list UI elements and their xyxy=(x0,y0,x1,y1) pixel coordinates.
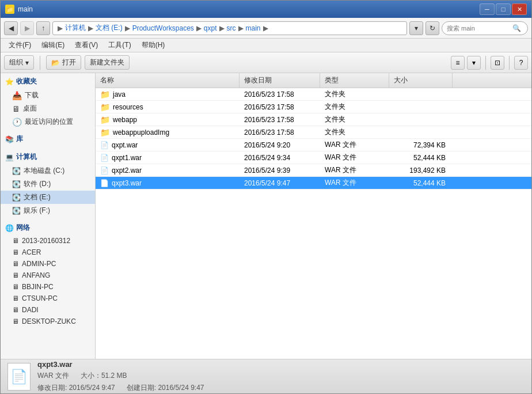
col-header-name[interactable]: 名称 xyxy=(96,73,240,88)
d-drive-icon: 💽 xyxy=(12,180,21,188)
file-name-qxpt2-war: 📄 qxpt2.war xyxy=(96,165,240,176)
table-row[interactable]: 📁 java 2016/5/23 17:58 文件夹 xyxy=(96,88,531,101)
status-created: 创建日期: 2016/5/24 9:47 xyxy=(127,383,204,393)
sidebar-item-net-3[interactable]: 🖥 ADMIN-PC xyxy=(1,258,95,270)
file-name-webappuploadimg: 📁 webappuploadImg xyxy=(96,127,240,138)
status-filename: qxpt3.war xyxy=(37,360,204,369)
view-options-button[interactable]: ≡ xyxy=(451,56,465,70)
refresh-button[interactable]: ↻ xyxy=(425,21,439,35)
title-bar: 📁 main ─ □ ✕ xyxy=(1,1,531,18)
col-header-date[interactable]: 修改日期 xyxy=(240,73,320,88)
sidebar-item-downloads[interactable]: 📥 下载 xyxy=(1,89,95,102)
file-type-qxpt1-war: WAR 文件 xyxy=(320,151,389,164)
table-row[interactable]: 📄 qxpt2.war 2016/5/24 9:39 WAR 文件 193,49… xyxy=(96,164,531,177)
path-item-productworkspaces[interactable]: ProductWorkspaces xyxy=(131,24,195,32)
toolbar-divider-1 xyxy=(40,56,40,70)
file-name-qxpt-war: 📄 qxpt.war xyxy=(96,140,240,150)
file-type-webappuploadimg: 文件夹 xyxy=(320,126,389,138)
sidebar-item-net-4[interactable]: 🖥 ANFANG xyxy=(1,270,95,281)
view-dropdown-button[interactable]: ▾ xyxy=(467,56,481,70)
table-row[interactable]: 📄 qxpt.war 2016/5/24 9:20 WAR 文件 72,394 … xyxy=(96,139,531,151)
file-type-qxpt2-war: WAR 文件 xyxy=(320,164,389,176)
file-list: 📁 java 2016/5/23 17:58 文件夹 📁 resources 2… xyxy=(96,88,531,359)
forward-button[interactable]: ▶ xyxy=(20,21,34,35)
window-controls: ─ □ ✕ xyxy=(480,3,527,15)
file-list-header: 名称 修改日期 类型 大小 xyxy=(96,73,531,88)
col-header-size[interactable]: 大小 xyxy=(389,73,453,88)
file-size-qxpt-war: 72,394 KB xyxy=(389,140,453,150)
sidebar-item-f-drive[interactable]: 💽 娱乐 (F:) xyxy=(1,204,95,217)
table-row[interactable]: 📁 resources 2016/5/23 17:58 文件夹 xyxy=(96,101,531,113)
table-row[interactable]: 📁 webappuploadImg 2016/5/23 17:58 文件夹 xyxy=(96,126,531,139)
sidebar-item-net-7[interactable]: 🖥 DADI xyxy=(1,304,95,316)
path-item-src[interactable]: src xyxy=(226,24,237,32)
libraries-section: 📚 库 xyxy=(1,131,95,146)
minimize-button[interactable]: ─ xyxy=(480,3,495,15)
path-item-docs[interactable]: 文档 (E:) xyxy=(94,23,124,33)
organize-button[interactable]: 组织 ▾ xyxy=(4,55,34,70)
col-header-type[interactable]: 类型 xyxy=(320,73,389,88)
sidebar-item-recent[interactable]: 🕐 最近访问的位置 xyxy=(1,115,95,128)
close-button[interactable]: ✕ xyxy=(512,3,527,15)
file-date-qxpt1-war: 2016/5/24 9:34 xyxy=(240,153,320,163)
path-item-computer[interactable]: 计算机 xyxy=(64,23,87,33)
war-icon: 📄 xyxy=(100,141,109,149)
sidebar-item-net-1[interactable]: 🖥 2013-20160312 xyxy=(1,235,95,247)
file-date-webappuploadimg: 2016/5/23 17:58 xyxy=(240,127,320,138)
file-date-qxpt-war: 2016/5/24 9:20 xyxy=(240,140,320,150)
sidebar-item-net-8[interactable]: 🖥 DESKTOP-ZUKC xyxy=(1,316,95,327)
file-size-resources xyxy=(389,106,453,108)
up-button[interactable]: ↑ xyxy=(36,21,50,35)
favorites-section: ⭐ 收藏夹 📥 下载 🖥 桌面 🕐 最近访问的位置 xyxy=(1,73,95,128)
open-icon: 📂 xyxy=(51,59,60,67)
folder-icon: 📁 xyxy=(100,90,110,99)
file-type-qxpt-war: WAR 文件 xyxy=(320,139,389,151)
net-5-icon: 🖥 xyxy=(12,283,19,291)
menu-tools[interactable]: 工具(T) xyxy=(104,39,135,51)
path-item-main[interactable]: main xyxy=(245,24,262,32)
path-item-qxpt[interactable]: qxpt xyxy=(203,24,218,32)
menu-help[interactable]: 帮助(H) xyxy=(137,39,170,51)
favorites-header[interactable]: ⭐ 收藏夹 xyxy=(1,73,95,89)
star-icon: ⭐ xyxy=(5,78,14,86)
file-date-java: 2016/5/23 17:58 xyxy=(240,89,320,100)
table-row[interactable]: 📄 qxpt3.war 2016/5/24 9:47 WAR 文件 52,444… xyxy=(96,177,531,190)
new-folder-label: 新建文件夹 xyxy=(90,58,124,67)
new-folder-button[interactable]: 新建文件夹 xyxy=(85,55,130,70)
sidebar-item-c-drive[interactable]: 💽 本地磁盘 (C:) xyxy=(1,164,95,177)
war-icon: 📄 xyxy=(100,154,109,162)
window-icon: 📁 xyxy=(5,5,14,14)
menu-file[interactable]: 文件(F) xyxy=(4,39,36,51)
toolbar-divider-2 xyxy=(485,56,486,70)
library-icon: 📚 xyxy=(5,135,14,143)
computer-header[interactable]: 💻 计算机 xyxy=(1,149,95,164)
toolbar-divider-3 xyxy=(509,56,510,70)
search-box[interactable]: 🔍 xyxy=(442,21,528,35)
sidebar-item-net-6[interactable]: 🖥 CTSUN-PC xyxy=(1,293,95,304)
address-path[interactable]: ▶ 计算机 ▶ 文档 (E:) ▶ ProductWorkspaces ▶ qx… xyxy=(52,21,407,35)
dropdown-button[interactable]: ▾ xyxy=(409,21,423,35)
table-row[interactable]: 📁 webapp 2016/5/23 17:58 文件夹 xyxy=(96,113,531,126)
open-button[interactable]: 📂 打开 xyxy=(46,55,81,70)
sidebar-item-e-drive[interactable]: 💽 文档 (E:) xyxy=(1,191,95,204)
table-row[interactable]: 📄 qxpt1.war 2016/5/24 9:34 WAR 文件 52,444… xyxy=(96,151,531,164)
file-name-qxpt3-war: 📄 qxpt3.war xyxy=(96,178,240,188)
sidebar-item-net-5[interactable]: 🖥 BBJIN-PC xyxy=(1,281,95,293)
sidebar-item-desktop[interactable]: 🖥 桌面 xyxy=(1,102,95,115)
net-4-icon: 🖥 xyxy=(12,271,19,279)
back-button[interactable]: ◀ xyxy=(4,21,18,35)
status-file-icon: 📄 xyxy=(7,363,31,391)
c-drive-icon: 💽 xyxy=(12,167,21,175)
sidebar-item-net-2[interactable]: 🖥 ACER xyxy=(1,247,95,258)
file-size-qxpt2-war: 193,492 KB xyxy=(389,165,453,176)
help-button[interactable]: ? xyxy=(514,56,528,70)
sidebar-item-d-drive[interactable]: 💽 软件 (D:) xyxy=(1,177,95,191)
libraries-header[interactable]: 📚 库 xyxy=(1,131,95,146)
search-input[interactable] xyxy=(447,25,510,32)
file-name-java: 📁 java xyxy=(96,89,240,100)
preview-pane-button[interactable]: ⊡ xyxy=(491,56,504,70)
maximize-button[interactable]: □ xyxy=(496,3,511,15)
menu-view[interactable]: 查看(V) xyxy=(70,39,102,51)
network-header[interactable]: 🌐 网络 xyxy=(1,219,95,235)
menu-edit[interactable]: 编辑(E) xyxy=(37,39,69,51)
